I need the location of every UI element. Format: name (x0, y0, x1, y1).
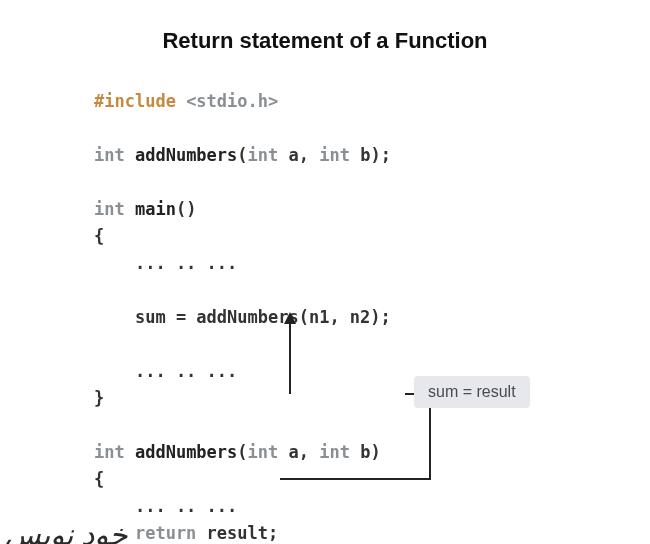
type-keyword: int (248, 145, 279, 165)
function-name: main (125, 199, 176, 219)
ellipsis-line: ... .. ... (94, 361, 237, 381)
page-title: Return statement of a Function (0, 0, 650, 54)
code-text: ( (237, 145, 247, 165)
ellipsis-line: ... .. ... (94, 253, 237, 273)
code-text: result; (196, 523, 278, 543)
code-text: b) (350, 442, 381, 462)
code-text: b); (350, 145, 391, 165)
type-keyword: int (94, 199, 125, 219)
code-block: #include <stdio.h> int addNumbers(int a,… (94, 88, 391, 544)
ellipsis-line: ... .. ... (94, 496, 237, 516)
call-line: sum = addNumbers(n1, n2); (94, 307, 391, 327)
function-name: addNumbers (125, 145, 238, 165)
type-keyword: int (319, 145, 350, 165)
code-text: () (176, 199, 196, 219)
brace: } (94, 388, 104, 408)
code-text: a, (278, 145, 319, 165)
function-name: addNumbers (125, 442, 238, 462)
preprocessor-keyword: #include (94, 91, 176, 111)
include-lib: <stdio.h> (176, 91, 278, 111)
code-text: ( (237, 442, 247, 462)
brace: { (94, 226, 104, 246)
type-keyword: int (94, 145, 125, 165)
type-keyword: int (319, 442, 350, 462)
type-keyword: int (94, 442, 125, 462)
type-keyword: int (248, 442, 279, 462)
annotation-badge: sum = result (414, 376, 530, 408)
watermark-text: خود نویس (4, 517, 128, 544)
brace: { (94, 469, 104, 489)
code-text: a, (278, 442, 319, 462)
